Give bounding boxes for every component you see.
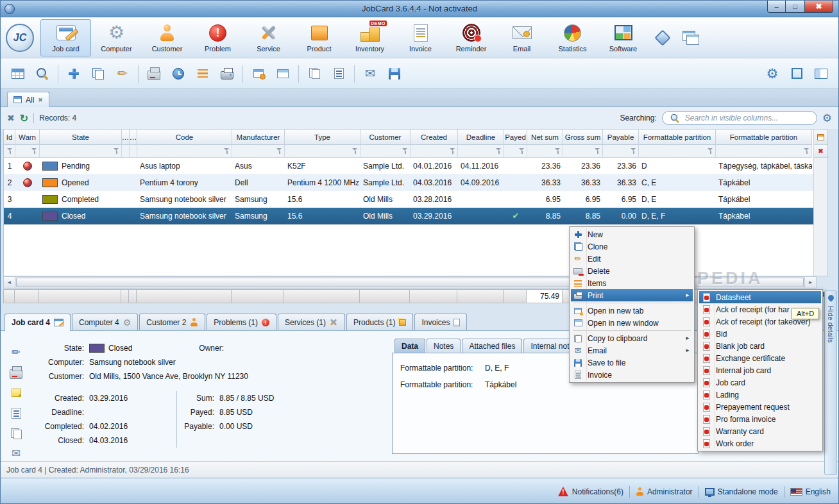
search-settings-icon[interactable]: ⚙ [822,113,832,124]
layout-button[interactable] [809,62,833,85]
column-header-extra1[interactable]: … [122,130,130,145]
hide-details-strip[interactable]: Hide details [824,290,837,475]
submenu-item-pro-forma-invoice[interactable]: Pro forma invoice [699,413,821,425]
notifications-button[interactable]: Notifications(6) [558,487,623,496]
open-new-tab-button[interactable] [246,62,271,85]
filter-cell[interactable] [40,145,122,158]
menu-item-invoice[interactable]: Invoice [571,369,693,381]
submenu-item-blank-job-card[interactable]: Blank job card [699,340,821,352]
clear-filters-button[interactable]: ✖ [814,145,827,158]
vertical-scrollbar[interactable]: ✖ [813,130,827,276]
column-header-partition1[interactable]: Formattable partition [639,130,716,145]
app-logo[interactable]: JC [6,24,34,52]
submenu-item-prepayement-request[interactable]: Prepayement request [699,401,821,413]
submenu-item-work-order[interactable]: Work order [699,437,821,449]
open-new-window-button[interactable] [271,62,295,85]
submenu-item-job-card[interactable]: Job card [699,376,821,389]
save-button[interactable] [382,62,407,85]
email-button[interactable]: ✉ [8,446,24,461]
toolbar-item-service[interactable]: Service [243,19,294,56]
print-button[interactable] [215,62,239,85]
menu-item-open-in-new-tab[interactable]: Open in new tab [571,305,693,317]
tab-all[interactable]: All ✖ [7,92,49,107]
column-header-warn[interactable]: Warn [15,130,40,145]
windows-button[interactable] [677,21,705,55]
history-button[interactable] [166,62,191,85]
scroll-right-icon[interactable]: ► [804,277,816,288]
refresh-icon[interactable]: ↻ [20,112,28,124]
submenu-item-warranty-card[interactable]: Warranty card [699,425,821,437]
search-input[interactable] [685,113,811,122]
filter-cell[interactable] [360,145,411,158]
menu-item-items[interactable]: Items [571,277,693,289]
menu-item-print[interactable]: Print► [571,289,693,301]
submenu-item-internal-job-card[interactable]: Internal job card [699,364,821,376]
print-button[interactable] [8,365,24,380]
column-header-code[interactable]: Code [137,130,232,145]
filter-cell[interactable] [504,145,527,158]
tab-services[interactable]: Services (1) [278,314,345,330]
license-button[interactable] [648,21,677,55]
tab-job-card[interactable]: Job card 4 [4,314,71,331]
submenu-item-exchange-certificate[interactable]: Exchange certificate [699,352,821,364]
tab-computer[interactable]: Computer 4⚙ [72,314,138,330]
filter-cell[interactable] [232,145,285,158]
maximize-button[interactable]: □ [786,1,804,13]
column-header-type[interactable]: Type [285,130,360,145]
column-header-created[interactable]: Created [411,130,458,145]
filter-cell[interactable] [137,145,232,158]
menu-item-edit[interactable]: ✏Edit [571,253,693,265]
tab-notes[interactable]: Notes [427,339,461,353]
column-header-state[interactable]: State [40,130,122,145]
tab-attached-files[interactable]: Attached files [462,339,522,353]
column-header-partition2[interactable]: Formattable partition [716,130,812,145]
toolbar-item-job-card[interactable]: Job card [40,19,91,56]
toolbar-item-computer[interactable]: ⚙ Computer [91,19,142,56]
close-button[interactable]: ✖ [804,1,833,13]
send-email-button[interactable]: ✉ [358,62,382,85]
language-button[interactable]: English [790,487,831,496]
settings-button[interactable]: ⚙ [760,62,784,85]
tab-problems[interactable]: Problems (1)! [207,314,276,330]
column-header-deadline[interactable]: Deadline [458,130,504,145]
toolbar-item-software[interactable]: Software [598,19,648,56]
filter-cell[interactable] [458,145,504,158]
filter-cell[interactable] [4,145,15,158]
column-options-button[interactable] [814,130,827,145]
filter-cell[interactable] [563,145,603,158]
add-button[interactable] [62,62,86,85]
filter-cell[interactable] [285,145,360,158]
toolbar-item-inventory[interactable]: DEMO Inventory [344,19,395,56]
fullscreen-button[interactable] [784,62,809,85]
table-view-button[interactable] [6,62,30,85]
tab-invoices[interactable]: Invoices [414,314,467,330]
search-box[interactable] [662,111,817,125]
filter-cell[interactable] [527,145,563,158]
items-button[interactable] [8,406,24,421]
toolbar-item-product[interactable]: Product [294,19,344,56]
note-button[interactable] [8,385,24,400]
table-row[interactable]: 3 Completed Samsung notebook silver Sams… [4,191,827,208]
filter-cell[interactable] [716,145,812,158]
filter-cell[interactable] [130,145,137,158]
toolbar-item-reminder[interactable]: Reminder [446,19,496,56]
toolbar-item-customer[interactable]: Customer [142,19,192,56]
clear-icon[interactable]: ✖ [7,113,15,123]
toolbar-item-problem[interactable]: ! Problem [192,19,243,56]
filter-cell[interactable] [639,145,716,158]
delete-button[interactable] [142,62,166,85]
items-button[interactable] [191,62,215,85]
table-row-selected[interactable]: 4 Closed Samsung notebook silver Samsung… [4,208,827,224]
edit-button[interactable]: ✏ [110,62,135,85]
column-header-extra2[interactable]: … [130,130,137,145]
table-row[interactable]: 1 Pending Asus laptop Asus K52F Sample L… [4,158,827,174]
submenu-item-lading[interactable]: Lading [699,389,821,401]
menu-item-copy-to-clipboard[interactable]: Copy to clipboard► [571,332,693,344]
copy-button[interactable] [8,426,24,441]
toolbar-item-invoice[interactable]: Invoice [395,19,446,56]
column-header-payed[interactable]: Payed [504,130,527,145]
menu-item-email[interactable]: ✉Email► [571,344,693,357]
filter-cell[interactable] [411,145,458,158]
submenu-item-datasheet[interactable]: Datasheet [699,291,821,303]
mode-button[interactable]: Standalone mode [705,487,778,496]
